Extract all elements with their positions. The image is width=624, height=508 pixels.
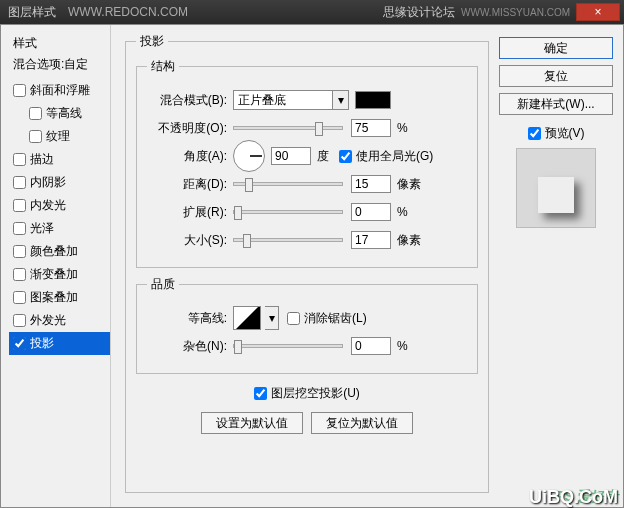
knockout-input[interactable] — [254, 387, 267, 400]
sidebar-item-checkbox[interactable] — [13, 84, 26, 97]
structure-legend: 结构 — [147, 58, 179, 75]
antialias-label: 消除锯齿(L) — [304, 310, 367, 327]
contour-row: 等高线: ▾ 消除锯齿(L) — [147, 307, 467, 329]
sidebar-item-checkbox[interactable] — [13, 153, 26, 166]
quality-legend: 品质 — [147, 276, 179, 293]
close-icon: × — [594, 5, 601, 19]
preview-label: 预览(V) — [545, 125, 585, 142]
angle-input[interactable] — [271, 147, 311, 165]
contour-label: 等高线: — [147, 310, 227, 327]
distance-input[interactable] — [351, 175, 391, 193]
antialias-input[interactable] — [287, 312, 300, 325]
sidebar-item-label: 投影 — [30, 335, 54, 352]
new-style-button[interactable]: 新建样式(W)... — [499, 93, 613, 115]
styles-sidebar: 样式 混合选项:自定 斜面和浮雕等高线纹理描边内阴影内发光光泽颜色叠加渐变叠加图… — [1, 25, 111, 507]
global-light-checkbox[interactable]: 使用全局光(G) — [339, 148, 433, 165]
sidebar-item-checkbox[interactable] — [13, 291, 26, 304]
sidebar-item[interactable]: 内发光 — [9, 194, 110, 217]
sidebar-item[interactable]: 光泽 — [9, 217, 110, 240]
noise-row: 杂色(N): % — [147, 335, 467, 357]
spread-input[interactable] — [351, 203, 391, 221]
contour-picker[interactable] — [233, 306, 261, 330]
sidebar-item-label: 图案叠加 — [30, 289, 78, 306]
chevron-down-icon[interactable]: ▾ — [265, 306, 279, 330]
sidebar-item-checkbox[interactable] — [13, 314, 26, 327]
spread-label: 扩展(R): — [147, 204, 227, 221]
sidebar-item-checkbox[interactable] — [13, 222, 26, 235]
sidebar-item-checkbox[interactable] — [29, 107, 42, 120]
opacity-input[interactable] — [351, 119, 391, 137]
sidebar-item[interactable]: 描边 — [9, 148, 110, 171]
global-light-input[interactable] — [339, 150, 352, 163]
noise-unit: % — [397, 339, 408, 353]
sidebar-item-label: 等高线 — [46, 105, 82, 122]
structure-group: 结构 混合模式(B): 正片叠底 ▾ 不透明度(O): % 角度( — [136, 58, 478, 268]
blend-mode-row: 混合模式(B): 正片叠底 ▾ — [147, 89, 467, 111]
preview-inner — [538, 177, 574, 213]
sidebar-blend-options[interactable]: 混合选项:自定 — [9, 54, 110, 75]
preview-checkbox[interactable]: 预览(V) — [528, 125, 585, 142]
spread-unit: % — [397, 205, 408, 219]
noise-slider[interactable] — [233, 344, 343, 348]
blend-mode-label: 混合模式(B): — [147, 92, 227, 109]
distance-slider[interactable] — [233, 182, 343, 186]
quality-group: 品质 等高线: ▾ 消除锯齿(L) 杂色(N): % — [136, 276, 478, 374]
blend-mode-combo[interactable]: 正片叠底 ▾ — [233, 90, 349, 110]
titlebar-forum-url: WWW.MISSYUAN.COM — [461, 7, 570, 18]
sidebar-item-label: 纹理 — [46, 128, 70, 145]
sidebar-item-checkbox[interactable] — [13, 268, 26, 281]
sidebar-item-checkbox[interactable] — [13, 199, 26, 212]
sidebar-item-label: 内阴影 — [30, 174, 66, 191]
sidebar-item-label: 外发光 — [30, 312, 66, 329]
sidebar-item[interactable]: 内阴影 — [9, 171, 110, 194]
sidebar-item-checkbox[interactable] — [13, 245, 26, 258]
sidebar-item[interactable]: 纹理 — [9, 125, 110, 148]
sidebar-item-checkbox[interactable] — [13, 337, 26, 350]
sidebar-item[interactable]: 颜色叠加 — [9, 240, 110, 263]
defaults-buttons: 设置为默认值 复位为默认值 — [136, 412, 478, 434]
panel-title: 投影 — [136, 33, 168, 50]
knockout-checkbox[interactable]: 图层挖空投影(U) — [254, 385, 360, 402]
size-slider[interactable] — [233, 238, 343, 242]
distance-label: 距离(D): — [147, 176, 227, 193]
angle-dial[interactable] — [233, 140, 265, 172]
noise-input[interactable] — [351, 337, 391, 355]
shadow-color-swatch[interactable] — [355, 91, 391, 109]
sidebar-item[interactable]: 图案叠加 — [9, 286, 110, 309]
size-input[interactable] — [351, 231, 391, 249]
titlebar: 图层样式 WWW.REDOCN.COM 思缘设计论坛 WWW.MISSYUAN.… — [0, 0, 624, 24]
angle-unit: 度 — [317, 148, 329, 165]
reset-default-button[interactable]: 复位为默认值 — [311, 412, 413, 434]
antialias-checkbox[interactable]: 消除锯齿(L) — [287, 310, 367, 327]
spread-slider[interactable] — [233, 210, 343, 214]
sidebar-item[interactable]: 外发光 — [9, 309, 110, 332]
noise-label: 杂色(N): — [147, 338, 227, 355]
distance-row: 距离(D): 像素 — [147, 173, 467, 195]
opacity-slider[interactable] — [233, 126, 343, 130]
chevron-down-icon[interactable]: ▾ — [333, 90, 349, 110]
size-row: 大小(S): 像素 — [147, 229, 467, 251]
sidebar-item-label: 颜色叠加 — [30, 243, 78, 260]
sidebar-item[interactable]: 渐变叠加 — [9, 263, 110, 286]
sidebar-item[interactable]: 投影 — [9, 332, 110, 355]
sidebar-item[interactable]: 等高线 — [9, 102, 110, 125]
sidebar-item-label: 内发光 — [30, 197, 66, 214]
right-column: 确定 复位 新建样式(W)... 预览(V) — [499, 25, 623, 507]
size-unit: 像素 — [397, 232, 421, 249]
window-title: 图层样式 — [4, 4, 56, 21]
sidebar-item-checkbox[interactable] — [29, 130, 42, 143]
distance-unit: 像素 — [397, 176, 421, 193]
sidebar-item[interactable]: 斜面和浮雕 — [9, 79, 110, 102]
ok-button[interactable]: 确定 — [499, 37, 613, 59]
close-button[interactable]: × — [576, 3, 620, 21]
sidebar-header[interactable]: 样式 — [9, 33, 110, 54]
preview-input[interactable] — [528, 127, 541, 140]
preview-area: 预览(V) — [499, 125, 613, 228]
outer-fieldset: 投影 结构 混合模式(B): 正片叠底 ▾ 不透明度(O): % — [125, 33, 489, 493]
opacity-row: 不透明度(O): % — [147, 117, 467, 139]
titlebar-url: WWW.REDOCN.COM — [68, 5, 383, 19]
set-default-button[interactable]: 设置为默认值 — [201, 412, 303, 434]
titlebar-forum: 思缘设计论坛 — [383, 4, 455, 21]
sidebar-item-checkbox[interactable] — [13, 176, 26, 189]
reset-button[interactable]: 复位 — [499, 65, 613, 87]
